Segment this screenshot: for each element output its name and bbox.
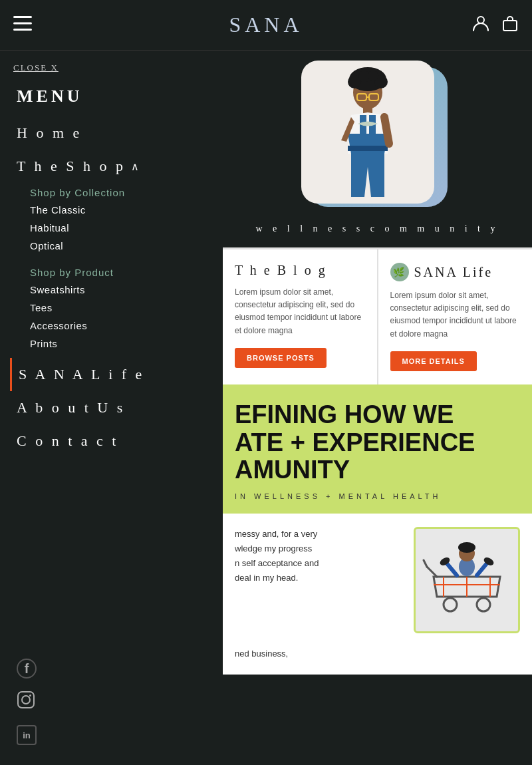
svg-line-28 xyxy=(477,563,487,575)
green-hero-title: EFINING HOW WE ATE + EXPERIENCE AMUNITY xyxy=(235,401,520,484)
svg-rect-18 xyxy=(360,115,366,138)
nav-item-shop[interactable]: T h e S h o p ∧ xyxy=(17,150,206,183)
hero-image-container xyxy=(301,61,454,214)
facebook-icon[interactable]: f xyxy=(17,659,37,679)
svg-point-13 xyxy=(368,71,378,81)
bag-icon[interactable] xyxy=(501,15,519,36)
svg-point-7 xyxy=(29,694,31,696)
submenu-item-habitual[interactable]: Habitual xyxy=(30,219,206,237)
submenu-collection-header[interactable]: Shop by Collection xyxy=(30,183,206,201)
submenu-product-header[interactable]: Shop by Product xyxy=(30,263,206,281)
svg-rect-19 xyxy=(369,115,376,138)
more-details-button[interactable]: MORE DETAILS xyxy=(390,351,477,371)
menu-overlay: CLOSE X MENU H o m e T h e S h o p ∧ Sho… xyxy=(0,51,223,765)
article-bottom-text: ned business, xyxy=(235,647,520,661)
shop-submenu: Shop by Collection The Classic Habitual … xyxy=(17,183,206,353)
menu-label: MENU xyxy=(0,80,223,116)
svg-point-23 xyxy=(477,598,490,611)
article-image xyxy=(414,527,520,633)
site-logo[interactable]: SANA xyxy=(229,13,303,37)
sana-life-icon: 🌿 xyxy=(390,263,409,281)
sana-life-card: 🌿 SANA Life Lorem ipsum dolor sit amet, … xyxy=(378,249,533,384)
nav-item-about[interactable]: A b o u t U s xyxy=(17,391,206,424)
blog-title: T h e B l o g xyxy=(235,263,365,278)
svg-point-6 xyxy=(22,696,30,704)
browse-posts-button[interactable]: BROWSE POSTS xyxy=(235,348,327,368)
svg-rect-5 xyxy=(18,692,34,708)
fashion-figure xyxy=(315,67,421,204)
blog-section: T h e B l o g Lorem ipsum dolor sit amet… xyxy=(223,247,532,384)
green-hero-section: EFINING HOW WE ATE + EXPERIENCE AMUNITY … xyxy=(223,384,532,514)
svg-rect-2 xyxy=(13,29,32,31)
hero-tagline: w e l l n e s s c o m m u n i t y xyxy=(256,224,499,234)
linkedin-icon[interactable]: in xyxy=(17,725,37,745)
chevron-up-icon: ∧ xyxy=(131,160,142,173)
svg-point-22 xyxy=(444,598,457,611)
svg-rect-20 xyxy=(348,146,388,151)
svg-rect-4 xyxy=(503,21,517,31)
svg-line-21 xyxy=(424,560,427,567)
article-bottom: ned business, xyxy=(223,647,532,675)
main-nav: H o m e T h e S h o p ∧ Shop by Collecti… xyxy=(0,116,223,645)
submenu-item-prints[interactable]: Prints xyxy=(30,335,206,353)
submenu-item-optical[interactable]: Optical xyxy=(30,237,206,255)
close-button[interactable]: CLOSE X xyxy=(0,51,223,80)
user-icon[interactable] xyxy=(472,15,489,36)
hero-image-card xyxy=(301,61,434,204)
submenu-item-tees[interactable]: Tees xyxy=(30,299,206,317)
header-icons xyxy=(472,15,519,36)
hamburger-icon[interactable] xyxy=(13,16,32,35)
header: SANA xyxy=(0,0,532,50)
hero-section: w e l l n e s s c o m m u n i t y xyxy=(223,51,532,247)
blog-text: Lorem ipsum dolor sit amet, consectetur … xyxy=(235,286,365,337)
article-text: messy and, for a very wledge my progress… xyxy=(235,527,404,633)
green-hero-subtitle: IN WELLNESS + MENTAL HEALTH xyxy=(235,492,520,500)
instagram-icon[interactable] xyxy=(17,690,206,713)
submenu-item-sweatshirts[interactable]: Sweatshirts xyxy=(30,281,206,299)
cart-illustration xyxy=(417,530,517,630)
svg-point-3 xyxy=(477,17,484,23)
article-section: messy and, for a very wledge my progress… xyxy=(223,514,532,647)
svg-point-26 xyxy=(458,542,475,553)
sana-life-title: 🌿 SANA Life xyxy=(390,263,521,281)
nav-item-home[interactable]: H o m e xyxy=(17,116,206,150)
svg-rect-0 xyxy=(13,16,32,18)
nav-item-contact[interactable]: C o n t a c t xyxy=(17,424,206,458)
blog-card: T h e B l o g Lorem ipsum dolor sit amet… xyxy=(223,249,378,384)
submenu-item-accessories[interactable]: Accessories xyxy=(30,317,206,335)
social-icons: f in xyxy=(0,645,223,765)
nav-item-sana-life[interactable]: S A N A L i f e xyxy=(10,358,206,391)
right-content: w e l l n e s s c o m m u n i t y T h e … xyxy=(223,51,532,765)
svg-line-27 xyxy=(447,563,457,575)
svg-rect-1 xyxy=(13,22,32,24)
submenu-item-classic[interactable]: The Classic xyxy=(30,201,206,219)
sana-life-text: Lorem ipsum dolor sit amet, consectetur … xyxy=(390,289,521,341)
